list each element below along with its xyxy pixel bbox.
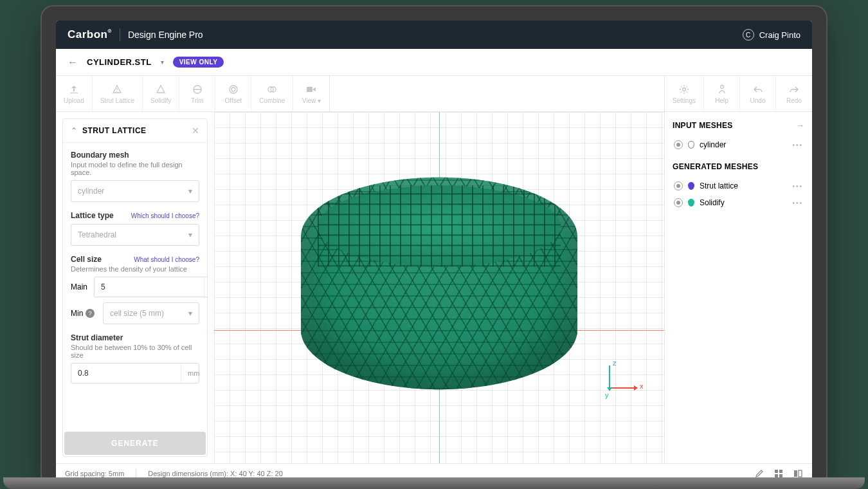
min-label: Min ? [71,309,96,318]
lattice-type-field: Lattice type Which should I choose? Tetr… [71,211,199,246]
toolbar-spacer [329,76,665,111]
chevron-up-icon[interactable]: ⌃ [71,126,77,135]
min-cell-size-select[interactable]: cell size (5 mm) ▾ [103,302,199,324]
triangle-warning-icon [111,84,123,95]
cell-size-field: Cell size What should I choose? Determin… [71,255,199,324]
mesh-item-solidify[interactable]: Solidify ••• [673,194,804,211]
properties-panel: ⌃ STRUT LATTICE ✕ Boundary mesh Input mo… [56,112,214,463]
undo-button[interactable]: Undo [740,76,776,111]
cell-size-help-link[interactable]: What should I choose? [134,256,199,263]
triangle-icon [155,84,167,95]
view-only-badge: VIEW ONLY [173,57,224,68]
upload-icon [68,84,80,95]
drop-teal-icon [688,199,694,207]
more-icon[interactable]: ••• [792,142,803,149]
svg-rect-10 [779,470,782,473]
solidify-button[interactable]: Solidify [143,76,179,111]
toolbar: Upload Strut Lattice Solidify Trim Offse… [56,76,812,112]
meshes-panel: INPUT MESHES → cylinder ••• GENERATED ME… [664,112,812,463]
settings-button[interactable]: Settings [665,76,704,111]
visibility-icon[interactable] [674,181,683,190]
close-icon[interactable]: ✕ [192,125,199,136]
offset-icon [228,84,239,95]
file-name[interactable]: CYLINDER.STL [87,57,152,67]
boundary-mesh-field: Boundary mesh Input model to define the … [71,151,199,202]
lattice-model[interactable] [301,177,577,389]
svg-point-8 [720,85,723,88]
axis-gizmo[interactable]: x y z [593,360,638,405]
view-button[interactable]: View ▾ [293,76,329,111]
redo-button[interactable]: Redo [776,76,812,111]
grid-spacing-status: Grid spacing: 5mm [65,470,124,477]
mesh-item-strut-lattice[interactable]: Strut lattice ••• [673,178,804,194]
more-icon[interactable]: ••• [792,199,803,207]
visibility-icon[interactable] [674,140,683,149]
visibility-icon[interactable] [674,198,683,207]
brand-subtitle: Design Engine Pro [128,30,203,40]
viewport-3d[interactable]: x y z [214,112,664,463]
lattice-type-help-link[interactable]: Which should I choose? [131,212,199,219]
svg-rect-14 [799,470,802,477]
axis-y-icon [609,365,610,387]
user-name: Craig Pinto [759,30,800,40]
strut-diameter-input[interactable]: mm [71,363,199,383]
title-bar: Carbon® Design Engine Pro C Craig Pinto [56,21,812,49]
upload-button[interactable]: Upload [56,76,93,111]
svg-rect-11 [775,474,778,477]
help-button[interactable]: Help [704,76,740,111]
main-cell-size-input[interactable]: mm [94,277,207,297]
lattice-type-label: Lattice type [71,211,114,220]
brand: Carbon® Design Engine Pro [68,28,203,41]
strut-diameter-label: Strut diameter [71,333,199,342]
app-window: Carbon® Design Engine Pro C Craig Pinto … [56,21,812,483]
brand-name: Carbon® [68,28,112,41]
panel-title: STRUT LATTICE [82,126,192,135]
workspace: ⌃ STRUT LATTICE ✕ Boundary mesh Input mo… [56,112,812,463]
combine-button[interactable]: Combine [251,76,293,111]
cell-size-desc: Determines the density of your lattice [71,265,199,273]
combine-icon [266,84,278,95]
boundary-mesh-desc: Input model to define the full design sp… [71,161,199,176]
dimensions-status: Design dimensions (mm): X: 40 Y: 40 Z: 2… [148,470,283,477]
main-label: Main [71,282,87,291]
strut-diameter-desc: Should be between 10% to 30% of cell siz… [71,344,199,359]
drop-purple-icon [688,182,694,190]
boundary-mesh-select[interactable]: cylinder ▾ [71,180,199,202]
more-icon[interactable]: ••• [792,183,803,190]
brand-divider [120,28,120,41]
svg-point-2 [230,86,237,93]
svg-point-3 [231,88,235,91]
laptop-base [3,477,865,489]
axis-x-icon [609,387,637,389]
help-icon [716,84,728,95]
camera-icon [305,84,317,95]
help-dot-icon[interactable]: ? [86,309,95,318]
cell-size-label: Cell size [71,255,102,264]
undo-icon [752,84,764,95]
svg-rect-12 [779,474,782,477]
mesh-item-cylinder[interactable]: cylinder ••• [673,136,804,153]
svg-rect-6 [307,87,312,92]
user-avatar-icon: C [743,29,754,41]
toolbar-right: Settings Help Undo Redo [665,76,812,111]
panel-body: Boundary mesh Input model to define the … [63,143,207,432]
svg-point-7 [682,88,685,91]
generated-meshes-header: GENERATED MESHES [673,162,804,171]
svg-rect-9 [775,470,778,473]
offset-button[interactable]: Offset [215,76,251,111]
file-caret-icon[interactable]: ▾ [161,59,164,66]
generate-button[interactable]: GENERATE [64,432,206,455]
back-arrow-icon[interactable]: ← [68,57,78,68]
drop-outline-icon [688,141,694,149]
laptop-frame: Carbon® Design Engine Pro C Craig Pinto … [42,6,826,483]
user-menu[interactable]: C Craig Pinto [743,29,800,41]
trim-icon [192,84,203,95]
lattice-type-select[interactable]: Tetrahedral ▾ [71,224,199,246]
input-meshes-header: INPUT MESHES → [673,121,804,130]
strut-lattice-button[interactable]: Strut Lattice [93,76,143,111]
trim-button[interactable]: Trim [179,76,215,111]
collapse-arrow-icon[interactable]: → [797,121,804,130]
redo-icon [788,84,800,95]
file-bar: ← CYLINDER.STL ▾ VIEW ONLY [56,49,812,76]
toolbar-left: Upload Strut Lattice Solidify Trim Offse… [56,76,329,111]
